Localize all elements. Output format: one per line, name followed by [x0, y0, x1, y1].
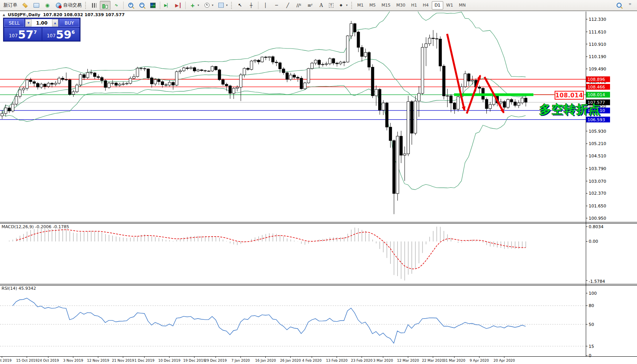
timeframe-m1[interactable]: M1: [355, 1, 367, 10]
arrows-shapes-icon: ◆: [338, 2, 345, 8]
zoom-out-button[interactable]: −: [136, 1, 147, 10]
collapse-panel-icon[interactable]: ▲: [3, 13, 5, 17]
equidistant-channel-icon: ∕∕E: [295, 2, 302, 8]
shapes-button[interactable]: ◆▾: [336, 1, 350, 10]
volume-decrease-button[interactable]: ▼: [25, 19, 32, 27]
trendline-icon: ╱: [284, 2, 291, 8]
price-tick-label: 100.950: [589, 216, 607, 221]
chevron-down-icon: ▾: [346, 3, 348, 7]
date-tick-label: 22 Mar 2020: [422, 359, 444, 362]
timeframe-w1[interactable]: W1: [444, 1, 456, 10]
rsi-axis-label: 15: [589, 344, 594, 349]
chart-shift-button[interactable]: ▶┃: [173, 1, 184, 10]
horizontal-line-button[interactable]: ─: [271, 1, 282, 10]
auto-trading-label: 自动交易: [63, 2, 82, 8]
crosshair-button[interactable]: ┼: [246, 1, 256, 10]
toolbar-grip: [351, 2, 353, 9]
sell-price-handle: 107: [9, 33, 18, 38]
chat-button[interactable]: ❞: [625, 1, 635, 10]
macd-axis-label: -1.5784: [589, 279, 605, 284]
macd-axis-label: 0.00: [589, 239, 598, 244]
tile-windows-icon: [149, 2, 156, 8]
line-chart-button[interactable]: ∿: [111, 1, 122, 10]
volume-increase-button[interactable]: ▲: [52, 19, 58, 27]
vertical-line-icon: │: [262, 2, 269, 8]
macd-signal-line: [16, 230, 526, 269]
timeframe-mn[interactable]: MN: [456, 1, 468, 10]
broadcast-icon: ◉: [44, 2, 51, 8]
date-tick-label: 19 Dec 2019: [183, 359, 206, 362]
buy-price-big: 59: [56, 30, 71, 40]
crosshair-icon: ┼: [248, 2, 255, 8]
rsi-axis-label: 100: [589, 291, 597, 296]
date-tick-label: 3 Mar 2020: [373, 359, 393, 362]
fibonacci-button[interactable]: ≡F: [305, 1, 315, 10]
price-tick-label: 111.610: [589, 30, 607, 35]
buy-price[interactable]: 107 59 6: [42, 28, 80, 40]
timeframe-m15[interactable]: M15: [379, 1, 394, 10]
tile-windows-button[interactable]: [148, 1, 158, 10]
price-badge-label: 108.466: [588, 85, 605, 90]
trendline-button[interactable]: ╱: [282, 1, 293, 10]
rsi-pane: 1008050150: [0, 291, 597, 358]
zoom-in-icon: +: [127, 2, 134, 8]
timeframe-m5[interactable]: M5: [367, 1, 379, 10]
text-icon: A: [318, 2, 325, 8]
ohlc-values: 107.820 108.032 107.339 107.577: [43, 12, 125, 17]
date-tick-label: 3 Nov 2019: [63, 359, 83, 362]
terminal-button[interactable]: [31, 1, 42, 10]
timeframe-m30[interactable]: M30: [394, 1, 408, 10]
indicators-button[interactable]: +▾: [187, 1, 201, 10]
buy-button[interactable]: BUY: [59, 19, 79, 27]
timeframe-h1[interactable]: H1: [409, 1, 420, 10]
rsi-axis-label: 50: [589, 322, 594, 327]
bar-chart-button[interactable]: [89, 1, 99, 10]
periods-button[interactable]: ▾: [201, 1, 215, 10]
chart-area[interactable]: 112.330111.610110.910110.190109.490108.7…: [0, 0, 637, 364]
date-tick-label: 20 Apr 2020: [493, 359, 515, 362]
search-icon: [615, 2, 622, 8]
timeframe-d1[interactable]: D1: [432, 1, 443, 10]
buy-price-handle: 107: [47, 33, 55, 38]
auto-trading-button[interactable]: 自动交易: [53, 1, 84, 10]
buy-price-pip: 6: [72, 30, 75, 35]
macd-pane: 0.80340.00-1.5784: [9, 224, 605, 284]
chart-shift-icon: ▶┃: [175, 2, 182, 8]
macd-indicator-label: MACD(12,26,9) -0.2006 -0.1785: [2, 224, 69, 229]
new-order-button[interactable]: 新订单: [2, 1, 19, 10]
main-toolbar: 新订单 ◉ 自动交易 ∿ + − ▶▏ ▶┃ +▾ ▾ ▾ ↖ ┼ │ ─ ╱ …: [0, 0, 637, 11]
price-tick-label: 101.650: [589, 204, 607, 209]
channel-button[interactable]: ∕∕E: [293, 1, 304, 10]
price-tick-label: 110.910: [589, 42, 607, 47]
timeframe-h4[interactable]: H4: [420, 1, 431, 10]
volume-value[interactable]: 1.00: [32, 19, 52, 27]
sell-price[interactable]: 107 57 7: [4, 28, 42, 40]
date-tick-label: 12 Mar 2020: [397, 359, 419, 362]
vertical-line-button[interactable]: │: [260, 1, 271, 10]
sell-button[interactable]: SELL: [4, 19, 24, 27]
price-tick-label: 105.210: [589, 141, 607, 146]
search-button[interactable]: [614, 1, 624, 10]
signals-button[interactable]: ◉: [42, 1, 53, 10]
text-button[interactable]: A: [316, 1, 327, 10]
metaeditor-button[interactable]: [20, 1, 30, 10]
price-tick-label: 109.490: [589, 67, 607, 72]
zoom-in-button[interactable]: +: [125, 1, 136, 10]
date-tick-label: 16 Jan 2020: [255, 359, 276, 362]
cursor-button[interactable]: ↖: [235, 1, 245, 10]
date-tick-label: 10 Dec 2019: [158, 359, 181, 362]
price-badge-label: 106.593: [588, 117, 605, 122]
fibonacci-icon: ≡F: [307, 2, 313, 8]
auto-scroll-button[interactable]: ▶▏: [162, 1, 173, 10]
price-badge-label: 108.014: [588, 92, 605, 97]
rsi-axis-label: 0: [589, 353, 592, 358]
auto-scroll-icon: ▶▏: [164, 2, 171, 8]
candlestick-chart-button[interactable]: [100, 1, 111, 10]
templates-button[interactable]: ▾: [216, 1, 230, 10]
sell-price-pip: 7: [34, 30, 37, 35]
horizontal-line-icon: ─: [273, 2, 280, 8]
bar-chart-icon: [91, 2, 97, 8]
zoom-out-icon: −: [138, 2, 145, 8]
text-label-button[interactable]: T: [327, 1, 335, 10]
date-tick-label: 23 Feb 2020: [351, 359, 372, 362]
